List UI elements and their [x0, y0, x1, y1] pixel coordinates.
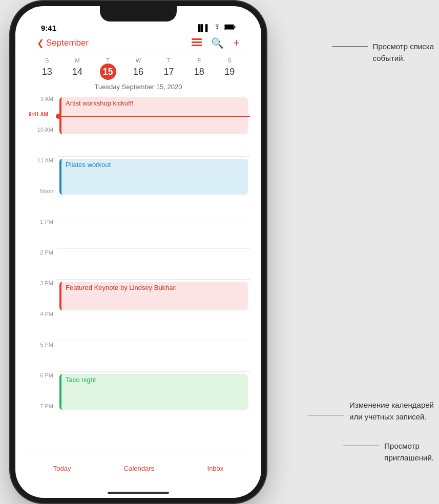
svg-rect-2 [225, 25, 234, 29]
time-row-9am: 9 AM Artist workshop kickoff! [27, 95, 250, 125]
week-day-tue[interactable]: T 15 [98, 57, 118, 80]
time-row-5pm: 5 PM [27, 341, 250, 371]
battery-icon [224, 24, 236, 32]
back-chevron-icon: ❮ [37, 38, 44, 49]
week-day-wed[interactable]: W 16 [128, 57, 149, 80]
time-grid: 9 AM Artist workshop kickoff! [27, 95, 250, 487]
annotation-change-cals: Изменение календарейили учетных записей. [349, 400, 434, 423]
time-line-9am: Artist workshop kickoff! [57, 95, 250, 125]
time-row-6pm: 6 PM Taco night [27, 371, 250, 402]
time-line-3pm: Featured Keynote by Lindsey Bukhari [57, 279, 250, 310]
tab-calendars-label: Calendars [124, 465, 154, 472]
calendar-header: ❮ September 🔍 + [27, 34, 250, 54]
time-label-noon: Noon [27, 187, 57, 194]
time-line-1pm [57, 218, 250, 248]
time-label-4pm: 4 PM [27, 310, 57, 317]
day-label-thu: T [167, 57, 171, 64]
wifi-icon [213, 24, 221, 32]
tab-inbox[interactable]: Inbox [207, 465, 223, 472]
day-label-sat: S [228, 57, 232, 64]
day-num-18: 18 [191, 64, 207, 80]
time-label-5pm: 5 PM [27, 341, 57, 348]
phone-frame: 9:41 ▐▌▌ ❮ September [15, 6, 261, 498]
annotation-list-view: Просмотр спискасобытий. [373, 41, 434, 64]
week-day-mon[interactable]: M 14 [67, 57, 88, 80]
annotation-invites-text: Просмотрприглашений. [384, 442, 434, 462]
current-time-label: 9:41 AM [29, 112, 48, 117]
event-title-pilates: Pilates workout [66, 161, 111, 169]
event-taco-night[interactable]: Taco night [59, 374, 248, 410]
annotations: Просмотр спискасобытий. Изменение календ… [275, 0, 439, 504]
week-day-thu[interactable]: T 17 [158, 57, 179, 80]
time-label-9am: 9 AM [27, 95, 57, 102]
event-keynote[interactable]: Featured Keynote by Lindsey Bukhari [59, 282, 248, 310]
day-label-wed: W [136, 57, 141, 64]
tab-calendars[interactable]: Calendars [124, 465, 154, 472]
day-label-sun: S [45, 57, 49, 64]
day-num-13: 13 [39, 64, 55, 80]
week-days-header: S 13 M 14 T 15 W 16 [27, 54, 250, 81]
annotation-line-change-cals [308, 415, 344, 415]
week-day-sat[interactable]: S 19 [219, 57, 240, 80]
time-row-4pm: 4 PM [27, 310, 250, 341]
annotation-list-view-text: Просмотр спискасобытий. [373, 42, 434, 62]
time-line-4pm [57, 310, 250, 341]
month-label: September [46, 38, 89, 48]
time-label-1pm: 1 PM [27, 218, 57, 225]
phone-screen: 9:41 ▐▌▌ ❮ September [27, 17, 250, 487]
day-num-15-today: 15 [100, 64, 116, 80]
status-icons: ▐▌▌ [196, 24, 236, 32]
day-label-fri: F [197, 57, 201, 64]
day-num-14: 14 [69, 64, 86, 80]
tab-inbox-label: Inbox [207, 465, 223, 472]
day-label-mon: M [75, 57, 80, 64]
time-line-5pm [57, 341, 250, 371]
svg-rect-3 [192, 38, 202, 40]
home-indicator [108, 492, 169, 494]
svg-rect-5 [192, 45, 202, 46]
event-pilates[interactable]: Pilates workout [59, 159, 248, 195]
svg-rect-1 [235, 26, 236, 28]
event-title-taco: Taco night [66, 376, 96, 384]
day-num-16: 16 [130, 64, 147, 80]
search-icon[interactable]: 🔍 [211, 37, 224, 49]
notch [100, 6, 177, 22]
selected-date-label: Tuesday September 15, 2020 [27, 81, 250, 95]
time-row-11am: 11 AM Pilates workout [27, 156, 250, 187]
tab-bar: Today Calendars Inbox [27, 454, 250, 487]
annotation-change-cals-text: Изменение календарейили учетных записей. [349, 401, 434, 421]
time-label-2pm: 2 PM [27, 248, 57, 256]
list-view-icon[interactable] [192, 36, 202, 50]
event-title-artist-workshop: Artist workshop kickoff! [66, 99, 134, 107]
time-line-6pm: Taco night [57, 371, 250, 402]
time-label-10am: 10 AM [27, 125, 57, 133]
add-event-icon[interactable]: + [233, 36, 240, 50]
time-label-6pm: 6 PM [27, 371, 57, 379]
back-to-month[interactable]: ❮ September [37, 38, 89, 49]
annotation-line-list-view [332, 46, 368, 47]
day-num-17: 17 [160, 64, 177, 80]
week-day-fri[interactable]: F 18 [189, 57, 210, 80]
time-row-3pm: 3 PM Featured Keynote by Lindsey Bukhari [27, 279, 250, 310]
annotation-line-invites [343, 446, 379, 446]
day-num-19: 19 [221, 64, 238, 80]
cal-actions: 🔍 + [192, 36, 240, 50]
phone-content: 9:41 ▐▌▌ ❮ September [27, 17, 250, 487]
current-time-dot [56, 114, 61, 119]
time-line-11am: Pilates workout [57, 156, 250, 187]
week-day-sun[interactable]: S 13 [37, 57, 57, 80]
time-row-2pm: 2 PM [27, 248, 250, 279]
time-row-1pm: 1 PM [27, 218, 250, 248]
annotation-invites: Просмотрприглашений. [384, 440, 434, 464]
tab-today[interactable]: Today [53, 465, 71, 472]
svg-rect-4 [192, 41, 202, 43]
day-label-tue: T [106, 57, 110, 64]
status-time: 9:41 [41, 24, 56, 32]
time-label-3pm: 3 PM [27, 279, 57, 286]
time-label-7pm: 7 PM [27, 402, 57, 409]
event-title-keynote: Featured Keynote by Lindsey Bukhari [66, 284, 177, 291]
tab-today-label: Today [53, 465, 71, 472]
signal-icon: ▐▌▌ [196, 24, 210, 32]
time-label-11am: 11 AM [27, 156, 57, 163]
time-line-2pm [57, 248, 250, 279]
